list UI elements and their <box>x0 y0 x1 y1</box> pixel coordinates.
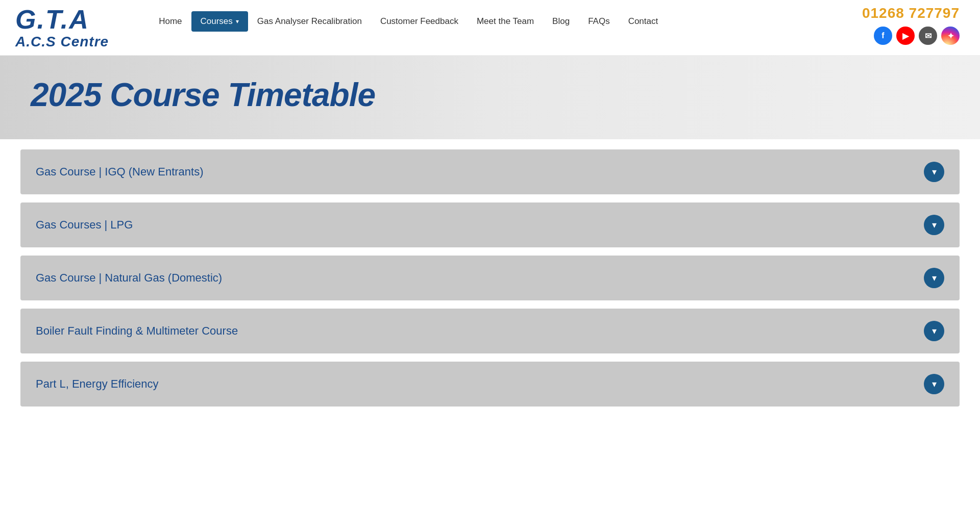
accordion-item-0[interactable]: Gas Course | IGQ (New Entrants)▾ <box>20 149 960 194</box>
accordion-item-2[interactable]: Gas Course | Natural Gas (Domestic)▾ <box>20 256 960 300</box>
nav-item-customer-feedback[interactable]: Customer Feedback <box>371 11 468 32</box>
accordion-chevron-icon-0: ▾ <box>924 162 944 182</box>
accordions-section: Gas Course | IGQ (New Entrants)▾Gas Cour… <box>0 149 980 407</box>
accordion-chevron-icon-1: ▾ <box>924 215 944 235</box>
courses-chevron-icon: ▾ <box>236 18 239 25</box>
accordion-chevron-icon-2: ▾ <box>924 268 944 288</box>
facebook-icon[interactable]: f <box>874 27 892 45</box>
main-nav: HomeCourses▾Gas Analyser RecalibrationCu… <box>150 11 857 32</box>
hero-banner: 2025 Course Timetable <box>0 56 980 139</box>
accordion-chevron-icon-3: ▾ <box>924 321 944 341</box>
header-right: 01268 727797 f ▶ ✉ ✦ <box>857 5 960 45</box>
nav-item-blog[interactable]: Blog <box>543 11 579 32</box>
accordion-item-1[interactable]: Gas Courses | LPG▾ <box>20 202 960 247</box>
accordion-label-0: Gas Course | IGQ (New Entrants) <box>36 165 203 179</box>
nav-item-gas-analyser-recalibration[interactable]: Gas Analyser Recalibration <box>248 11 371 32</box>
nav-item-faqs[interactable]: FAQs <box>579 11 619 32</box>
accordion-item-4[interactable]: Part L, Energy Efficiency▾ <box>20 362 960 407</box>
instagram-icon[interactable]: ✦ <box>941 27 960 45</box>
youtube-icon[interactable]: ▶ <box>896 27 915 45</box>
phone-number[interactable]: 01268 727797 <box>862 5 960 21</box>
accordion-item-3[interactable]: Boiler Fault Finding & Multimeter Course… <box>20 309 960 353</box>
site-header: G.T.A A.C.S Centre HomeCourses▾Gas Analy… <box>0 0 980 56</box>
social-icons: f ▶ ✉ ✦ <box>874 27 960 45</box>
accordion-chevron-icon-4: ▾ <box>924 374 944 394</box>
site-logo[interactable]: G.T.A A.C.S Centre <box>15 5 109 50</box>
nav-item-contact[interactable]: Contact <box>619 11 668 32</box>
nav-item-meet-the-team[interactable]: Meet the Team <box>468 11 543 32</box>
accordion-label-4: Part L, Energy Efficiency <box>36 377 159 391</box>
nav-item-home[interactable]: Home <box>150 11 191 32</box>
accordion-label-1: Gas Courses | LPG <box>36 218 133 232</box>
accordion-label-3: Boiler Fault Finding & Multimeter Course <box>36 324 238 338</box>
email-icon[interactable]: ✉ <box>919 27 937 45</box>
logo-gta: G.T.A <box>15 5 109 34</box>
nav-item-courses[interactable]: Courses▾ <box>191 11 248 32</box>
hero-title: 2025 Course Timetable <box>31 76 949 114</box>
logo-acs: A.C.S Centre <box>15 34 109 50</box>
accordion-label-2: Gas Course | Natural Gas (Domestic) <box>36 271 222 285</box>
